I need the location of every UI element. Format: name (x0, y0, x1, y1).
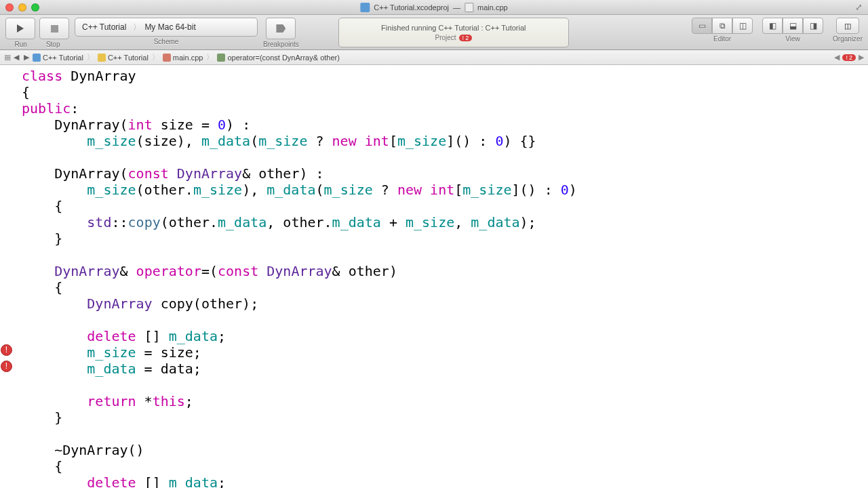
standard-editor-button[interactable]: ▭ (692, 18, 712, 34)
prev-issue-button[interactable]: ◀ (834, 53, 840, 62)
window-title: C++ Tutorial.xcodeproj — main.cpp (360, 3, 507, 12)
scheme-destination: My Mac 64-bit (138, 22, 202, 32)
back-button[interactable]: ◀ (12, 53, 20, 62)
play-icon (17, 24, 24, 33)
cpp-file-icon (163, 54, 171, 62)
minimize-window-button[interactable] (18, 3, 26, 12)
toggle-utilities-button[interactable]: ◨ (803, 18, 823, 34)
forward-button[interactable]: ▶ (22, 53, 31, 62)
chevron-right-icon: 〉 (152, 52, 159, 62)
related-items-icon[interactable]: ▦ (4, 53, 10, 62)
close-window-button[interactable] (5, 3, 14, 12)
chevron-right-icon: 〉 (87, 52, 94, 62)
code-editor[interactable]: ! ! class DynArray { public: DynArray(in… (0, 65, 868, 488)
zoom-window-button[interactable] (31, 3, 39, 12)
toggle-navigator-button[interactable]: ◧ (762, 18, 783, 34)
status-project-label: Project (435, 34, 456, 41)
project-name: C++ Tutorial.xcodeproj (374, 3, 449, 12)
title-separator: — (453, 3, 460, 12)
window-controls (5, 3, 39, 12)
file-icon (465, 3, 473, 12)
toolbar: Run Stop C++ Tutorial 〉 My Mac 64-bit Sc… (0, 15, 868, 50)
stop-label: Stop (46, 41, 60, 48)
next-issue-button[interactable]: ▶ (859, 53, 864, 62)
scheme-group: C++ Tutorial 〉 My Mac 64-bit Scheme (75, 18, 258, 45)
scheme-label: Scheme (154, 38, 179, 45)
organizer-group: ◫ Organizer (833, 18, 863, 43)
breakpoint-icon (276, 24, 285, 33)
source-code[interactable]: class DynArray { public: DynArray(int si… (0, 65, 868, 488)
breakpoints-button[interactable] (266, 18, 296, 39)
crumb-file[interactable]: main.cpp (163, 54, 203, 62)
error-count: 2 (465, 35, 469, 41)
issue-badge[interactable]: ! 2 (842, 54, 856, 61)
file-name: main.cpp (477, 3, 508, 12)
version-editor-button[interactable]: ◫ (732, 18, 753, 34)
title-bar: C++ Tutorial.xcodeproj — main.cpp ⤢ (0, 0, 868, 15)
crumb-symbol[interactable]: operator=(const DynArray& other) (217, 54, 339, 62)
chevron-right-icon: 〉 (206, 52, 214, 62)
folder-icon (98, 54, 106, 62)
error-marker-icon[interactable]: ! (1, 361, 12, 372)
gutter: ! ! (0, 65, 14, 488)
run-button[interactable] (5, 18, 35, 39)
status-message: Finished running C++ Tutorial : C++ Tuto… (381, 24, 526, 32)
stop-button[interactable] (39, 18, 69, 39)
stop-icon (51, 25, 58, 33)
scheme-selector[interactable]: C++ Tutorial 〉 My Mac 64-bit (75, 18, 258, 37)
assistant-editor-button[interactable]: ⧉ (712, 18, 732, 34)
view-group: ◧ ⬓ ◨ View (762, 18, 823, 43)
fullscreen-icon[interactable]: ⤢ (855, 2, 863, 12)
error-marker-icon[interactable]: ! (1, 344, 12, 356)
breakpoints-label: Breakpoints (263, 41, 299, 48)
toolbar-right: ▭ ⧉ ◫ Editor ◧ ⬓ ◨ View ◫ Organizer (692, 18, 863, 43)
view-label: View (785, 35, 800, 43)
project-icon (33, 54, 41, 62)
crumb-folder[interactable]: C++ Tutorial (98, 54, 149, 62)
chevron-right-icon: 〉 (133, 22, 138, 33)
run-label: Run (15, 41, 27, 48)
editor-mode-group: ▭ ⧉ ◫ Editor (692, 18, 753, 43)
toggle-debug-button[interactable]: ⬓ (783, 18, 803, 34)
method-icon (217, 54, 225, 62)
error-badge[interactable]: ! 2 (459, 35, 473, 41)
project-icon (360, 3, 370, 12)
run-stop-group: Run Stop (5, 18, 69, 48)
organizer-label: Organizer (833, 35, 863, 43)
activity-status: Finished running C++ Tutorial : C++ Tuto… (338, 18, 569, 47)
editor-label: Editor (713, 35, 731, 43)
jump-bar: ▦ ◀ ▶ C++ Tutorial 〉 C++ Tutorial 〉 main… (0, 50, 868, 65)
organizer-button[interactable]: ◫ (836, 18, 859, 34)
breakpoints-group: Breakpoints (263, 18, 299, 48)
scheme-project: C++ Tutorial (75, 22, 133, 32)
crumb-project[interactable]: C++ Tutorial (33, 54, 83, 62)
